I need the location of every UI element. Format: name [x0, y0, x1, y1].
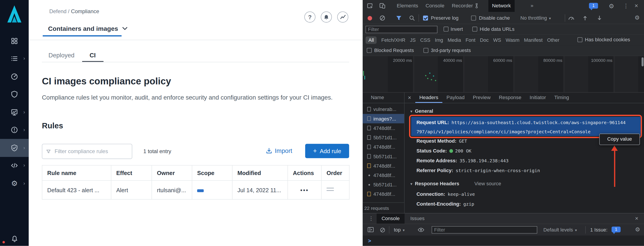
network-request-row[interactable]: 4748d8f...: [363, 142, 404, 152]
help-button[interactable]: ?: [304, 11, 316, 22]
resource-type-chip[interactable]: WS: [493, 36, 501, 44]
request-url-value-selected[interactable]: Request URL:https://asia-southeast1.clou…: [411, 117, 641, 136]
tab-timing[interactable]: Timing: [550, 92, 573, 103]
tab-recorder[interactable]: Recorder: [448, 0, 483, 12]
resource-type-chip[interactable]: Manifest: [524, 36, 543, 44]
general-section-header[interactable]: ▾General: [410, 108, 433, 114]
tab-deployed[interactable]: Deployed: [48, 52, 74, 58]
has-blocked-cookies-checkbox[interactable]: [578, 37, 582, 42]
add-rule-button[interactable]: + Add rule: [305, 144, 349, 158]
network-request-row[interactable]: 5b571d1...: [363, 152, 404, 161]
drag-handle-icon[interactable]: [326, 186, 334, 192]
sidebar-item-compute-code[interactable]: ›: [0, 157, 29, 175]
disable-cache-checkbox[interactable]: [471, 16, 476, 20]
network-request-row[interactable]: 4748d8f...: [363, 189, 404, 199]
tab-payload[interactable]: Payload: [442, 92, 469, 103]
network-request-row[interactable]: vulnerab...: [363, 105, 404, 114]
devtools-menu-kebab-icon[interactable]: ⋮: [623, 3, 629, 9]
filter-network-icon[interactable]: [396, 16, 402, 21]
tab-headers[interactable]: Headers: [415, 92, 442, 103]
export-har-icon[interactable]: [597, 15, 602, 21]
tab-elements[interactable]: Elements: [393, 0, 422, 12]
device-toolbar-icon[interactable]: [379, 2, 386, 9]
network-request-row[interactable]: 4748d8f...: [363, 123, 404, 132]
network-overview-timeline[interactable]: 20000 ms 40000 ms 60000 ms 80000 ms 1000…: [363, 56, 644, 92]
record-button[interactable]: [368, 16, 372, 20]
tab-response[interactable]: Response: [495, 92, 526, 103]
drawer-close-icon[interactable]: ×: [635, 215, 638, 221]
copy-value-menu-item[interactable]: Copy value: [599, 133, 640, 145]
response-headers-section-header[interactable]: ▾Response Headers: [410, 181, 460, 186]
tab-console[interactable]: Console: [422, 0, 448, 12]
usage-chart-button[interactable]: [337, 11, 348, 22]
clear-network-log-icon[interactable]: [380, 15, 385, 21]
issues-count-badge[interactable]: 1: [589, 3, 598, 9]
collection-selector[interactable]: Containers and images: [48, 25, 127, 32]
drawer-tab-console[interactable]: Console: [376, 213, 404, 224]
network-request-row[interactable]: 4748d8f...: [363, 161, 404, 170]
sidebar-item-defend[interactable]: ›: [0, 139, 29, 157]
tab-preview[interactable]: Preview: [469, 92, 495, 103]
network-conditions-icon[interactable]: [568, 15, 574, 21]
console-sidebar-icon[interactable]: [368, 227, 374, 232]
rule-table-row[interactable]: Default 423 - alert ... Alert rtulsani@.…: [42, 181, 349, 199]
console-prompt-row[interactable]: >: [363, 236, 644, 246]
sidebar-item-settings[interactable]: ⚙ ›: [0, 175, 29, 192]
preserve-log-checkbox[interactable]: [423, 16, 428, 20]
log-levels-select[interactable]: Default levels▾: [543, 227, 577, 233]
name-column-header[interactable]: Name: [363, 92, 404, 103]
view-source-link[interactable]: View source: [474, 181, 501, 186]
resource-type-chip[interactable]: Font: [466, 36, 475, 44]
sidebar-item-reports[interactable]: ›: [0, 103, 29, 121]
resource-type-chip-all[interactable]: All: [366, 36, 377, 44]
throttling-select[interactable]: No throttling▾: [520, 15, 551, 21]
resource-type-chip[interactable]: Wasm: [506, 36, 520, 44]
drawer-menu-kebab-icon[interactable]: ⋮: [368, 216, 374, 221]
row-actions-menu-button[interactable]: •••: [300, 187, 309, 193]
devtools-close-icon[interactable]: ×: [634, 2, 638, 9]
tab-initiator[interactable]: Initiator: [526, 92, 550, 103]
sidebar-item-dashboard[interactable]: [0, 32, 29, 50]
blocked-requests-checkbox[interactable]: [367, 48, 372, 53]
console-issues-badge[interactable]: 1: [612, 227, 620, 232]
network-request-row[interactable]: 4748d8f...: [363, 171, 404, 180]
resource-type-chip[interactable]: Img: [435, 36, 443, 44]
hide-data-urls-checkbox[interactable]: [472, 26, 477, 31]
resource-type-chip[interactable]: Fetch/XHR: [381, 36, 406, 44]
network-request-row[interactable]: 5b571d1...: [363, 180, 404, 189]
inspect-element-icon[interactable]: [367, 2, 373, 9]
context-selector[interactable]: top▾: [394, 227, 404, 233]
cell-rule-name[interactable]: Default 423 - alert ...: [42, 181, 111, 199]
drawer-tab-issues[interactable]: Issues: [406, 213, 430, 224]
timeline-scrollbar-thumb[interactable]: [642, 57, 644, 66]
breadcrumb-section[interactable]: Defend: [49, 8, 66, 14]
notifications-button[interactable]: [321, 11, 332, 22]
issue-count-label[interactable]: 1 Issue:: [590, 227, 608, 233]
resource-type-chip[interactable]: Doc: [480, 36, 489, 44]
tab-ci[interactable]: CI: [90, 52, 96, 58]
network-filter-input[interactable]: [366, 26, 438, 33]
more-tabs-button[interactable]: »: [527, 0, 537, 12]
console-settings-gear-icon[interactable]: ⚙: [635, 227, 640, 232]
sidebar-item-radar[interactable]: [0, 68, 29, 86]
network-settings-gear-icon[interactable]: ⚙: [634, 15, 640, 20]
third-party-checkbox[interactable]: [423, 48, 428, 53]
resource-type-chip[interactable]: Other: [547, 36, 560, 44]
notifications-bell-icon[interactable]: [11, 235, 18, 242]
devtools-settings-gear-icon[interactable]: ⚙: [609, 3, 614, 9]
tab-network[interactable]: Network: [488, 0, 514, 12]
network-request-row[interactable]: 5b571d1...: [363, 133, 404, 142]
sidebar-item-inventory[interactable]: ›: [0, 50, 29, 68]
search-network-icon[interactable]: [409, 15, 415, 21]
import-button[interactable]: Import: [266, 147, 292, 154]
eye-icon[interactable]: [418, 228, 424, 232]
clear-console-icon[interactable]: [380, 227, 385, 233]
resource-type-chip[interactable]: JS: [410, 36, 416, 44]
close-details-icon[interactable]: ×: [408, 95, 411, 101]
resource-type-chip[interactable]: CSS: [420, 36, 430, 44]
network-request-row-selected[interactable]: images?...: [363, 114, 404, 123]
import-har-icon[interactable]: [582, 15, 588, 21]
rules-filter-input[interactable]: [54, 148, 128, 155]
invert-checkbox[interactable]: [444, 26, 448, 31]
sidebar-item-alerts[interactable]: ›: [0, 121, 29, 139]
